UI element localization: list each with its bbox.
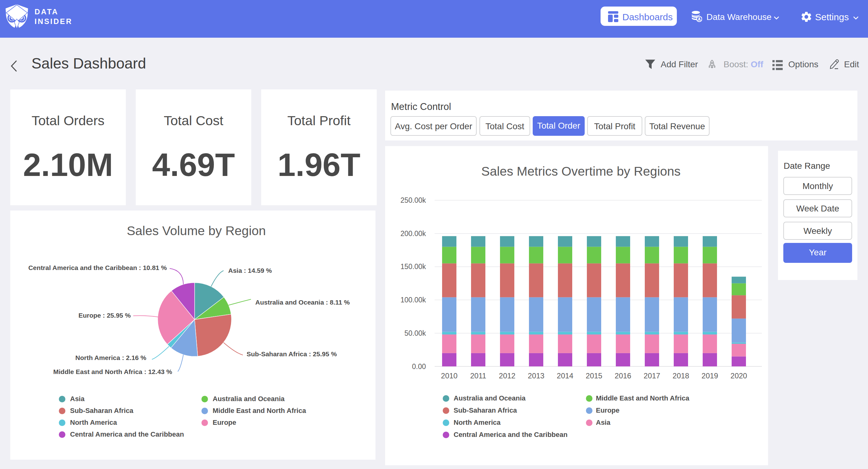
svg-text:0.00: 0.00	[412, 362, 426, 371]
svg-text:2016: 2016	[615, 372, 631, 380]
svg-text:150.00k: 150.00k	[400, 263, 426, 271]
svg-text:2020: 2020	[731, 372, 747, 380]
svg-text:200.00k: 200.00k	[400, 230, 426, 238]
svg-text:2010: 2010	[441, 372, 457, 380]
svg-text:2015: 2015	[586, 372, 602, 380]
svg-text:250.00k: 250.00k	[400, 196, 426, 204]
svg-text:2012: 2012	[499, 372, 515, 380]
svg-text:2017: 2017	[644, 372, 660, 380]
svg-text:2011: 2011	[470, 372, 486, 380]
svg-text:2018: 2018	[673, 372, 689, 380]
svg-text:100.00k: 100.00k	[400, 296, 426, 304]
svg-text:2013: 2013	[528, 372, 544, 380]
svg-text:2019: 2019	[702, 372, 718, 380]
svg-text:2014: 2014	[557, 372, 573, 380]
svg-text:50.00k: 50.00k	[404, 329, 426, 337]
